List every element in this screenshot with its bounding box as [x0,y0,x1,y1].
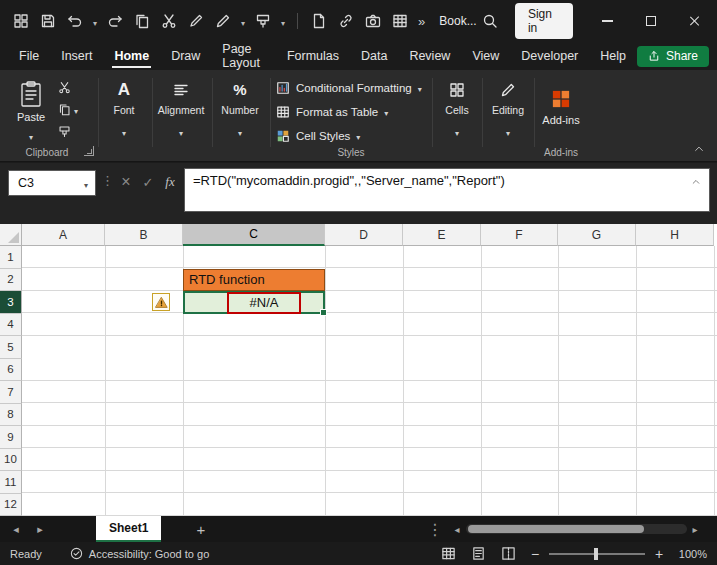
undo-icon[interactable] [66,12,84,30]
row-header-3[interactable]: 3 [0,291,22,314]
number-group-button[interactable]: % Number [214,78,266,144]
camera-icon[interactable] [364,12,382,30]
enter-button[interactable] [138,172,158,192]
accessibility-status-button[interactable]: Accessibility: Good to go [70,547,209,560]
row-header-7[interactable]: 7 [0,381,22,404]
add-sheet-button[interactable] [190,516,212,542]
error-checking-button[interactable] [152,293,170,311]
workbook-name[interactable]: Book... [439,14,476,28]
row-header-1[interactable]: 1 [0,246,22,269]
cut-button[interactable] [58,78,78,96]
share-button[interactable]: Share [637,46,709,67]
column-header-e[interactable]: E [403,224,481,246]
zoom-out-button[interactable]: − [529,546,541,562]
tab-insert[interactable]: Insert [50,42,103,70]
column-header-d[interactable]: D [325,224,403,246]
zoom-in-button[interactable]: + [653,546,665,562]
sheet-tab-sheet1[interactable]: Sheet1 [96,516,161,542]
conditional-formatting-button[interactable]: Conditional Formatting [276,78,422,98]
cell-c3-selected[interactable]: #N/A [183,291,325,314]
sheet-nav-right-icon[interactable] [30,516,50,542]
row-header-11[interactable]: 11 [0,471,22,494]
highlighter-icon[interactable] [254,12,272,30]
tab-file[interactable]: File [8,42,50,70]
sign-in-button[interactable]: Sign in [515,3,573,39]
maximize-button[interactable] [629,0,673,42]
column-header-c[interactable]: C [183,224,325,246]
format-as-table-button[interactable]: Format as Table [276,102,388,122]
insert-table-icon[interactable] [391,12,409,30]
editing-group-button[interactable]: Editing [484,78,532,144]
column-header-b[interactable]: B [105,224,183,246]
tab-review[interactable]: Review [398,42,461,70]
sheet-nav-left-icon[interactable] [6,516,26,542]
name-box-caret-icon[interactable] [77,174,95,192]
tab-options-icon[interactable] [428,516,442,542]
save-icon[interactable] [39,12,57,30]
minimize-button[interactable] [585,0,629,42]
row-header-8[interactable]: 8 [0,404,22,427]
cut-icon[interactable] [160,12,178,30]
column-header-f[interactable]: F [481,224,558,246]
tab-developer[interactable]: Developer [510,42,589,70]
scroll-left-icon[interactable] [448,516,466,542]
row-header-2[interactable]: 2 [0,269,22,292]
row-header-9[interactable]: 9 [0,426,22,449]
tab-home[interactable]: Home [103,42,160,70]
zoom-level-label[interactable]: 100% [677,548,707,560]
more-commands-icon[interactable]: » [418,14,425,29]
row-header-6[interactable]: 6 [0,359,22,382]
row-header-5[interactable]: 5 [0,336,22,359]
close-button[interactable] [673,0,717,42]
search-icon[interactable] [477,6,503,36]
copy-icon[interactable] [133,12,151,30]
scrollbar-thumb[interactable] [468,525,644,533]
collapse-ribbon-button[interactable] [693,143,705,155]
name-box[interactable]: C3 [8,170,96,196]
draw-pen-icon[interactable] [187,12,205,30]
clipboard-dialog-launcher[interactable] [84,146,94,156]
add-ins-button[interactable]: Add-ins [536,78,586,136]
formula-bar-expand-icon[interactable] [691,177,701,187]
row-header-4[interactable]: 4 [0,314,22,337]
horizontal-scrollbar[interactable] [466,524,687,534]
tab-view[interactable]: View [461,42,510,70]
copy-button[interactable] [58,100,78,118]
row-header-10[interactable]: 10 [0,449,22,472]
column-header-h[interactable]: H [636,224,714,246]
redo-icon[interactable] [106,12,124,30]
normal-view-button[interactable] [439,545,457,563]
tab-formulas[interactable]: Formulas [276,42,350,70]
column-header-g[interactable]: G [558,224,636,246]
sheet-cells[interactable]: RTD function #N/A [22,246,717,516]
format-painter-button[interactable] [58,122,78,140]
tab-help[interactable]: Help [589,42,637,70]
page-layout-view-button[interactable] [469,545,487,563]
alignment-group-button[interactable]: Alignment [154,78,208,144]
tab-data[interactable]: Data [350,42,398,70]
scroll-right-icon[interactable] [686,516,704,542]
undo-dropdown-caret-icon[interactable] [93,12,97,30]
zoom-thumb[interactable] [594,548,598,560]
fill-handle[interactable] [320,309,327,316]
insert-function-button[interactable]: fx [160,172,180,192]
excel-app-icon[interactable] [12,12,30,30]
pen-dropdown-caret-icon[interactable] [241,12,245,30]
cell-c2[interactable]: RTD function [183,269,325,292]
row-header-12[interactable]: 12 [0,494,22,517]
font-group-button[interactable]: A Font [100,78,148,144]
column-header-a[interactable]: A [22,224,105,246]
formula-input[interactable]: =RTD("mycomaddin.progid",,"Server_name",… [184,168,710,212]
highlighter-dropdown-caret-icon[interactable] [281,12,285,30]
new-document-icon[interactable] [310,12,328,30]
tab-draw[interactable]: Draw [160,42,211,70]
page-break-view-button[interactable] [499,545,517,563]
cells-group-button[interactable]: Cells [434,78,480,144]
cell-styles-button[interactable]: Cell Styles [276,126,360,146]
pen-icon[interactable] [214,12,232,30]
tab-page-layout[interactable]: Page Layout [211,42,276,70]
cancel-button[interactable] [116,172,136,192]
link-icon[interactable] [337,12,355,30]
paste-button[interactable]: Paste [8,76,54,148]
zoom-slider[interactable] [549,547,645,561]
